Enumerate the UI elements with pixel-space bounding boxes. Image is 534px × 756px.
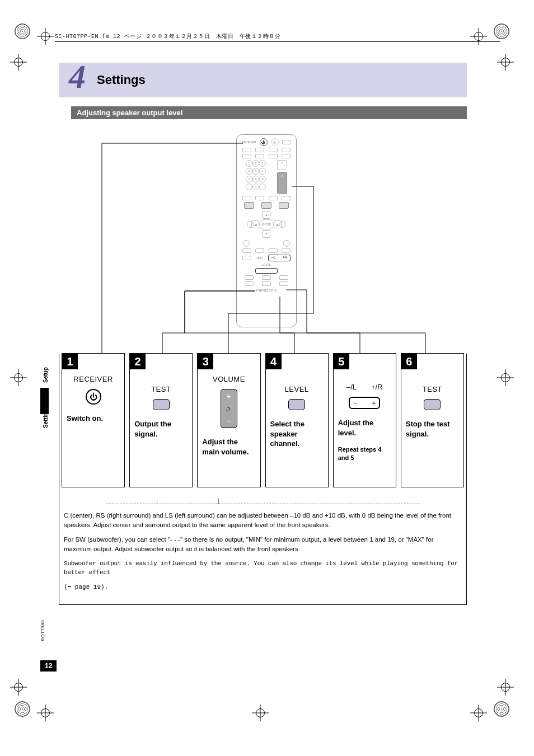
step-action: Switch on.	[67, 414, 103, 424]
chapter-title: Settings	[97, 73, 146, 87]
remote-power-icon: ⏻	[260, 138, 268, 146]
chapter-heading-band: 4 Settings	[59, 63, 467, 97]
step-number: 3	[198, 354, 213, 369]
power-button-icon: ⏻	[86, 389, 101, 405]
registration-mark	[497, 54, 514, 71]
remote-numpad-button: 6	[259, 168, 266, 175]
remote-generic-button	[255, 248, 264, 253]
page-ref-prefix: (➡	[64, 584, 75, 590]
remote-numpad-button: 9	[259, 176, 266, 182]
remote-generic-button	[245, 281, 254, 286]
remote-dpad-down: ▼	[263, 230, 270, 238]
remote-channel-plus-label: +R	[280, 255, 290, 261]
remote-receiver-label: RECEIVER	[242, 140, 256, 144]
step-control-label: TEST	[423, 385, 442, 393]
remote-level-rocker	[255, 268, 278, 274]
remote-numpad-button: 8	[252, 176, 259, 182]
registration-mark	[470, 705, 487, 721]
remote-generic-button	[242, 248, 251, 253]
page-ref-page: page 19	[75, 584, 101, 590]
note-paragraph-2: For SW (subwoofer), you can select "- - …	[64, 535, 462, 553]
remote-generic-button	[279, 275, 288, 280]
remote-numpad-button: 0	[252, 184, 259, 190]
step-control-label: VOLUME	[213, 375, 245, 383]
note-page-reference: (➡ page 19).	[64, 583, 462, 592]
remote-numpad-button: 5	[252, 168, 259, 175]
remote-generic-button	[282, 196, 291, 200]
dashed-separator	[106, 504, 420, 504]
step-1: 1 RECEIVER ⏻ Switch on.	[62, 353, 125, 487]
remote-numpad-button: 7	[246, 176, 252, 182]
step-control-label: RECEIVER	[73, 375, 113, 383]
file-header-line: SC-HT07PP-EN.fm 12 ページ ２００３年１２月２５日 木曜日 午…	[55, 32, 500, 42]
remote-generic-button	[269, 148, 278, 152]
remote-generic-button	[269, 196, 278, 200]
remote-generic-button	[255, 154, 264, 158]
remote-generic-button	[279, 281, 288, 286]
registration-mark	[37, 28, 54, 45]
remote-dpad-aux-right	[279, 221, 286, 228]
remote-generic-button	[262, 275, 271, 280]
remote-numpad-button	[259, 184, 266, 190]
remote-channel-up-button: ∧	[277, 160, 287, 170]
page-ref-suffix: ).	[101, 584, 108, 590]
step-action: Stop the test signal.	[406, 419, 459, 439]
step-action: Select the speaker channel.	[270, 419, 324, 449]
remote-dpad: ▲ ◀ ENTER ▶ ▼	[247, 211, 286, 238]
remote-generic-button	[242, 196, 251, 200]
remote-generic-button	[269, 248, 278, 253]
remote-channel-rocker: –L +R	[268, 255, 291, 261]
remote-enter-button: ENTER	[259, 219, 274, 229]
step-4: 4 LEVEL Select the speaker channel.	[265, 353, 329, 487]
step-3: 3 VOLUME +🔊− Adjust the main volume.	[197, 353, 260, 487]
remote-transport-button	[279, 202, 289, 209]
remote-volume-rocker: +−	[277, 172, 287, 194]
speaker-icon: 🔊	[226, 406, 232, 411]
step-subnote: Repeat steps 4 and 5	[338, 445, 391, 462]
step-action: Output the signal.	[134, 419, 188, 439]
remote-numpad-button: 1	[246, 160, 252, 167]
volume-rocker-icon: +🔊−	[221, 389, 237, 428]
remote-brand-label: Panasonic	[237, 288, 296, 292]
note-paragraph-3: Subwoofer output is easily influenced by…	[64, 560, 462, 577]
remote-secondary-power-icon: ⏻	[271, 138, 279, 146]
crop-ornament	[494, 701, 509, 717]
document-code: RQT7380	[40, 620, 45, 641]
remote-generic-button	[242, 154, 251, 158]
registration-mark	[252, 705, 269, 721]
registration-mark	[497, 679, 514, 696]
remote-numpad-button	[246, 184, 252, 190]
remote-test-label: TEST	[256, 256, 264, 260]
step-number: 2	[130, 354, 146, 369]
remote-channel-minus-label: –L	[269, 255, 279, 261]
level-button-icon	[288, 399, 305, 410]
step-action: Adjust the level.	[338, 418, 391, 438]
remote-generic-button	[282, 140, 291, 144]
remote-dpad-up: ▲	[263, 211, 270, 219]
registration-mark	[10, 54, 27, 71]
remote-generic-button	[283, 240, 290, 247]
step-number: 4	[266, 354, 282, 369]
section-title-bar: Adjusting speaker output level	[71, 106, 467, 119]
step-number: 6	[401, 354, 417, 369]
registration-mark	[497, 369, 514, 386]
remote-generic-button	[242, 256, 251, 260]
page-number: 12	[40, 660, 57, 672]
step-6: 6 TEST Stop the test signal.	[401, 353, 464, 487]
remote-numpad-button: 2	[252, 160, 259, 167]
crop-ornament	[15, 24, 30, 39]
side-tab-setup: Setup	[40, 361, 51, 388]
step-number: 5	[334, 354, 349, 369]
remote-numpad-button: 3	[259, 160, 266, 167]
registration-mark	[10, 679, 27, 696]
note-paragraph-1: C (center), RS (right surround) and LS (…	[64, 511, 462, 529]
remote-level-label: LEVEL	[262, 263, 271, 266]
step-number: 1	[62, 354, 78, 369]
remote-generic-button	[282, 148, 291, 152]
procedure-flow-container: 1 RECEIVER ⏻ Switch on. 2 TEST Output th…	[59, 354, 467, 605]
remote-generic-button	[242, 148, 251, 152]
notes-block: C (center), RS (right surround) and LS (…	[63, 500, 463, 600]
remote-generic-button	[255, 196, 264, 200]
test-button-icon	[424, 399, 441, 410]
registration-mark	[37, 705, 54, 721]
